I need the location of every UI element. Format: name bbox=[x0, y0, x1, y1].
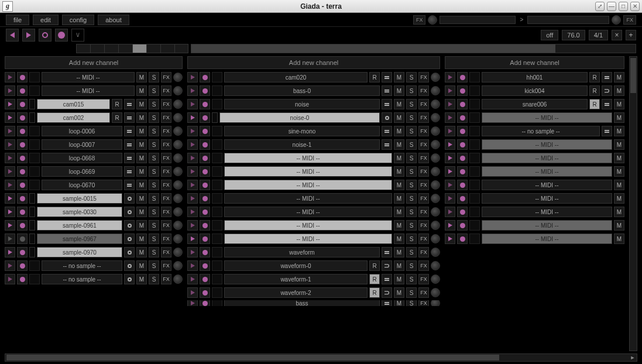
channel-arm-button[interactable] bbox=[457, 220, 468, 231]
channel-mode-button[interactable] bbox=[602, 99, 612, 109]
channel-play-button[interactable] bbox=[5, 193, 15, 204]
channel-name[interactable]: -- MIDI -- bbox=[224, 166, 392, 177]
channel-volume-knob[interactable] bbox=[173, 73, 183, 82]
channel-name[interactable]: -- MIDI -- bbox=[482, 193, 612, 204]
channel-play-button[interactable] bbox=[5, 180, 15, 190]
channel-volume-knob[interactable] bbox=[173, 207, 183, 217]
horizontal-scrollbar[interactable]: ◄ ► bbox=[5, 353, 637, 362]
channel-arm-button[interactable] bbox=[457, 166, 468, 177]
channel-play-button[interactable] bbox=[5, 233, 15, 244]
channel-arm-button[interactable] bbox=[200, 260, 210, 271]
channel-volume-knob[interactable] bbox=[431, 300, 440, 306]
channel-fx-button[interactable]: FX bbox=[418, 166, 429, 177]
menu-edit[interactable]: edit bbox=[33, 15, 59, 25]
channel-solo-button[interactable]: S bbox=[406, 72, 417, 83]
channel-mode-button[interactable] bbox=[124, 220, 135, 231]
channel-fx-button[interactable]: FX bbox=[161, 247, 171, 257]
channel-solo-button[interactable]: S bbox=[149, 99, 159, 109]
channel-play-button[interactable] bbox=[445, 85, 455, 96]
channel-solo-button[interactable]: S bbox=[149, 112, 159, 123]
channel-solo-button[interactable]: S bbox=[406, 247, 417, 257]
channel-fx-button[interactable]: FX bbox=[418, 247, 429, 257]
channel-arm-button[interactable] bbox=[457, 193, 468, 204]
channel-name[interactable]: -- MIDI -- bbox=[482, 207, 612, 217]
channel-mode-button[interactable]: ⊃ bbox=[382, 287, 392, 298]
channel-mute-button[interactable]: M bbox=[614, 99, 624, 109]
channel-volume-knob[interactable] bbox=[173, 194, 183, 203]
channel-read-actions-button[interactable]: R bbox=[589, 72, 600, 83]
channel-play-button[interactable] bbox=[5, 153, 15, 163]
channel-fx-button[interactable]: FX bbox=[161, 139, 171, 150]
channel-mute-button[interactable]: M bbox=[394, 274, 404, 284]
channel-mute-button[interactable]: M bbox=[394, 126, 404, 136]
channel-play-button[interactable] bbox=[445, 193, 455, 204]
channel-name[interactable]: -- MIDI -- bbox=[42, 72, 135, 83]
channel-arm-button[interactable] bbox=[200, 233, 210, 244]
channel-volume-knob[interactable] bbox=[431, 153, 440, 163]
channel-mode-button[interactable] bbox=[382, 72, 392, 83]
channel-name[interactable]: -- MIDI -- bbox=[482, 233, 612, 244]
channel-solo-button[interactable]: S bbox=[149, 126, 159, 136]
channel-solo-button[interactable]: S bbox=[406, 287, 417, 298]
channel-arm-button[interactable] bbox=[200, 139, 210, 150]
add-channel-button[interactable]: Add new channel bbox=[187, 56, 440, 69]
play-button[interactable] bbox=[22, 29, 35, 42]
channel-fx-button[interactable]: FX bbox=[161, 274, 171, 284]
channel-fx-button[interactable]: FX bbox=[161, 180, 171, 190]
channel-name[interactable]: -- MIDI -- bbox=[224, 153, 392, 163]
channel-mute-button[interactable]: M bbox=[394, 287, 404, 298]
shrink-beats-button[interactable]: × bbox=[612, 30, 622, 40]
channel-solo-button[interactable]: S bbox=[149, 193, 159, 204]
channel-mute-button[interactable]: M bbox=[394, 193, 404, 204]
channel-solo-button[interactable]: S bbox=[149, 207, 159, 217]
channel-volume-knob[interactable] bbox=[173, 167, 183, 176]
channel-fx-button[interactable]: FX bbox=[418, 300, 429, 306]
channel-fx-button[interactable]: FX bbox=[418, 233, 429, 244]
channel-mute-button[interactable]: M bbox=[614, 72, 624, 83]
channel-mode-button[interactable]: ⊃ bbox=[382, 260, 392, 271]
channel-arm-button[interactable] bbox=[200, 153, 210, 163]
channel-name[interactable]: loop-0007 bbox=[42, 139, 122, 150]
channel-fx-button[interactable]: FX bbox=[161, 72, 171, 83]
channel-play-button[interactable] bbox=[187, 180, 198, 190]
channel-solo-button[interactable]: S bbox=[406, 180, 417, 190]
channel-fx-button[interactable]: FX bbox=[418, 274, 429, 284]
channel-volume-knob[interactable] bbox=[173, 234, 183, 243]
channel-solo-button[interactable]: S bbox=[149, 166, 159, 177]
channel-mute-button[interactable]: M bbox=[136, 139, 147, 150]
channel-play-button[interactable] bbox=[187, 99, 198, 109]
channel-mute-button[interactable]: M bbox=[136, 126, 147, 136]
master-out-knob[interactable] bbox=[612, 15, 621, 25]
channel-solo-button[interactable]: S bbox=[406, 126, 417, 136]
channel-mute-button[interactable]: M bbox=[614, 153, 624, 163]
channel-mute-button[interactable]: M bbox=[614, 233, 624, 244]
channel-play-button[interactable] bbox=[5, 274, 15, 284]
channel-solo-button[interactable]: S bbox=[406, 193, 417, 204]
channel-arm-button[interactable] bbox=[17, 193, 28, 204]
channel-fx-button[interactable]: FX bbox=[418, 220, 429, 231]
channel-arm-button[interactable] bbox=[457, 72, 468, 83]
channel-solo-button[interactable]: S bbox=[149, 85, 159, 96]
channel-play-button[interactable] bbox=[5, 85, 15, 96]
channel-solo-button[interactable]: S bbox=[406, 85, 417, 96]
channel-mode-button[interactable] bbox=[124, 193, 135, 204]
channel-mute-button[interactable]: M bbox=[136, 85, 147, 96]
channel-name[interactable]: snare006 bbox=[482, 99, 588, 109]
channel-volume-knob[interactable] bbox=[431, 274, 440, 284]
channel-play-button[interactable] bbox=[187, 126, 198, 136]
channel-volume-knob[interactable] bbox=[431, 261, 440, 270]
channel-read-actions-button[interactable]: R bbox=[112, 112, 122, 123]
channel-volume-knob[interactable] bbox=[431, 86, 440, 95]
channel-name[interactable]: bass-0 bbox=[224, 85, 380, 96]
channel-play-button[interactable] bbox=[187, 139, 198, 150]
channel-play-button[interactable] bbox=[187, 72, 198, 83]
channel-play-button[interactable] bbox=[187, 112, 198, 123]
channel-solo-button[interactable]: S bbox=[149, 139, 159, 150]
channel-arm-button[interactable] bbox=[200, 99, 210, 109]
channel-play-button[interactable] bbox=[445, 180, 455, 190]
metronome-toggle-icon[interactable]: \/ bbox=[71, 29, 84, 42]
expand-beats-button[interactable]: + bbox=[626, 30, 636, 40]
channel-mute-button[interactable]: M bbox=[136, 99, 147, 109]
channel-volume-knob[interactable] bbox=[173, 261, 183, 270]
channel-volume-knob[interactable] bbox=[431, 194, 440, 203]
